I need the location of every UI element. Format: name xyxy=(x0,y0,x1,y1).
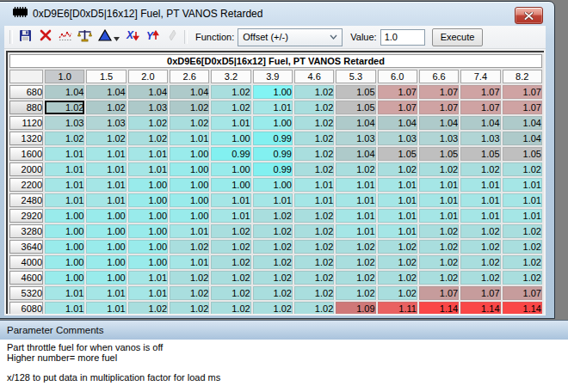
map-cell[interactable]: 1.02 xyxy=(336,255,375,269)
map-cell[interactable]: 1.07 xyxy=(378,85,417,99)
execute-button[interactable]: Execute xyxy=(432,28,484,46)
map-cell[interactable]: 1.02 xyxy=(294,255,334,269)
map-cell[interactable]: 1.02 xyxy=(503,240,542,254)
row-header[interactable]: 1120 xyxy=(9,116,43,130)
map-cell[interactable]: 1.02 xyxy=(253,286,293,300)
col-header[interactable]: 2.6 xyxy=(170,70,209,83)
map-cell[interactable]: 1.02 xyxy=(378,240,417,254)
toolbar-grip[interactable] xyxy=(184,30,188,44)
flip-y-axis-button[interactable]: Y xyxy=(142,28,162,46)
map-cell[interactable]: 1.02 xyxy=(294,101,334,114)
map-cell[interactable]: 1.02 xyxy=(211,101,250,114)
map-cell[interactable]: 1.02 xyxy=(460,255,500,269)
col-header[interactable]: 1.0 xyxy=(45,70,84,83)
map-cell[interactable]: 1.02 xyxy=(128,302,168,315)
map-cell[interactable]: 1.02 xyxy=(211,240,250,254)
map-cell[interactable]: 1.02 xyxy=(419,162,459,176)
map-cell[interactable]: 1.04 xyxy=(336,116,375,130)
map-cell[interactable]: 1.01 xyxy=(86,162,126,176)
map-cell[interactable]: 1.05 xyxy=(503,147,542,161)
map-cell[interactable]: 1.02 xyxy=(211,255,250,269)
map-cell[interactable]: 1.02 xyxy=(336,162,375,176)
map-cell[interactable]: 1.04 xyxy=(460,116,500,130)
map-cell[interactable]: 1.01 xyxy=(336,224,375,238)
map-cell[interactable]: 1.02 xyxy=(460,224,500,238)
map-cell[interactable]: 1.00 xyxy=(170,178,209,192)
map-cell[interactable]: 1.04 xyxy=(45,85,84,99)
map-cell[interactable]: 1.00 xyxy=(128,240,168,254)
row-header[interactable]: 880 xyxy=(9,101,43,114)
map-cell[interactable]: 1.00 xyxy=(170,162,209,176)
map-cell[interactable]: 1.02 xyxy=(294,302,334,315)
map-cell[interactable]: 1.02 xyxy=(211,286,250,300)
map-cell[interactable]: 1.02 xyxy=(170,302,209,315)
map-cell[interactable]: 1.11 xyxy=(378,302,417,315)
map-cell[interactable]: 1.14 xyxy=(419,302,459,315)
map-cell[interactable]: 1.01 xyxy=(378,209,417,223)
corner-cell[interactable] xyxy=(9,70,43,83)
map-cell[interactable]: 1.01 xyxy=(128,147,168,161)
compare-button[interactable] xyxy=(75,28,95,46)
map-cell[interactable]: 1.00 xyxy=(86,209,126,223)
col-header[interactable]: 8.2 xyxy=(503,70,542,83)
map-cell[interactable]: 1.02 xyxy=(460,162,500,176)
map-cell[interactable]: 1.04 xyxy=(503,116,542,130)
map-cell[interactable]: 1.01 xyxy=(128,271,168,285)
map-cell[interactable]: 1.01 xyxy=(128,286,168,300)
map-cell[interactable]: 1.05 xyxy=(336,101,375,114)
map-cell[interactable]: 1.01 xyxy=(336,209,375,223)
map-cell[interactable]: 1.00 xyxy=(253,85,293,99)
map-cell[interactable]: 1.00 xyxy=(211,178,250,192)
row-header[interactable]: 2200 xyxy=(9,178,43,192)
map-cell[interactable]: 1.01 xyxy=(211,116,250,130)
map-cell[interactable]: 1.01 xyxy=(253,193,293,207)
flip-x-axis-button[interactable]: X xyxy=(122,28,142,46)
map-cell[interactable]: 1.02 xyxy=(419,224,459,238)
map-cell[interactable]: 1.07 xyxy=(503,286,542,300)
map-cell[interactable]: 1.01 xyxy=(460,209,500,223)
map-cell[interactable]: 1.00 xyxy=(45,255,84,269)
map-cell[interactable]: 1.00 xyxy=(170,193,209,207)
map-cell[interactable]: 1.04 xyxy=(503,132,542,145)
map-cell[interactable]: 1.01 xyxy=(503,193,542,207)
map-cell[interactable]: 1.00 xyxy=(128,224,168,238)
map-cell[interactable]: 1.02 xyxy=(253,240,293,254)
map-cell[interactable]: 1.02 xyxy=(503,224,542,238)
map-cell[interactable]: 1.02 xyxy=(294,240,334,254)
map-cell[interactable]: 1.04 xyxy=(86,85,126,99)
map-cell[interactable]: 1.03 xyxy=(378,132,417,145)
map-cell[interactable]: 1.01 xyxy=(45,302,84,315)
map-cell[interactable]: 1.02 xyxy=(253,302,293,315)
map-cell[interactable]: 1.01 xyxy=(45,286,84,300)
map-cell[interactable]: 1.00 xyxy=(253,178,293,192)
value-input[interactable] xyxy=(380,29,425,46)
map-cell[interactable]: 1.02 xyxy=(294,116,334,130)
map-cell[interactable]: 1.00 xyxy=(253,116,293,130)
map-cell[interactable]: 1.02 xyxy=(336,240,375,254)
map-cell[interactable]: 1.00 xyxy=(86,224,126,238)
map-cell[interactable]: 1.02 xyxy=(294,286,334,300)
map-cell[interactable]: 1.05 xyxy=(378,147,417,161)
map-cell[interactable]: 1.02 xyxy=(253,255,293,269)
map-cell[interactable]: 1.02 xyxy=(503,162,542,176)
map-cell[interactable]: 1.00 xyxy=(45,271,84,285)
map-cell[interactable]: 1.02 xyxy=(170,271,209,285)
map-cell[interactable]: 1.02 xyxy=(294,132,334,145)
map-cell[interactable]: 1.09 xyxy=(336,302,375,315)
dropdown-arrow-icon[interactable] xyxy=(114,29,120,45)
map-cell[interactable]: 0.99 xyxy=(253,132,293,145)
map-cell[interactable]: 1.07 xyxy=(460,286,500,300)
map-cell[interactable]: 1.00 xyxy=(45,240,84,254)
map-cell[interactable]: 1.02 xyxy=(378,271,417,285)
save-button[interactable] xyxy=(15,28,35,46)
map-cell[interactable]: 1.00 xyxy=(128,209,168,223)
map-cell[interactable]: 1.01 xyxy=(419,178,459,192)
map-cell[interactable]: 1.00 xyxy=(86,240,126,254)
discard-button[interactable] xyxy=(35,28,55,46)
map-cell[interactable]: 1.00 xyxy=(170,209,209,223)
close-button[interactable] xyxy=(515,7,543,24)
map-cell[interactable]: 1.01 xyxy=(253,101,293,114)
col-header[interactable]: 5.3 xyxy=(336,70,375,83)
map-cell[interactable]: 1.00 xyxy=(128,178,168,192)
map-cell[interactable]: 1.01 xyxy=(170,224,209,238)
